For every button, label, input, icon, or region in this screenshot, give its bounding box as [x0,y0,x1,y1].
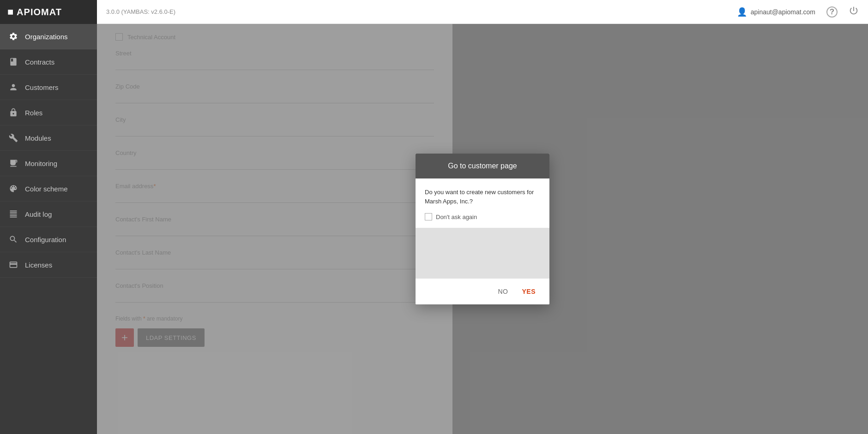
dont-ask-row: Don't ask again [425,213,540,220]
user-avatar-icon: 👤 [737,7,747,17]
sidebar-item-roles-label: Roles [25,109,42,117]
sidebar-item-configuration-label: Configuration [25,236,66,244]
dialog-no-button[interactable]: NO [493,285,512,298]
person-icon [8,82,18,92]
monitor-icon [8,158,18,168]
dialog-body: Do you want to create new customers for … [416,178,549,220]
dont-ask-checkbox[interactable] [425,213,432,220]
sidebar-item-audit-log[interactable]: Audit log [0,202,97,227]
sidebar-item-roles[interactable]: Roles [0,100,97,125]
sidebar-item-color-scheme-label: Color scheme [25,185,68,193]
sidebar-item-contracts-label: Contracts [25,58,54,66]
sidebar-item-organizations[interactable]: Organizations [0,24,97,49]
sidebar: ■ APIOMAT Organizations Contracts Custom… [0,0,97,434]
dialog-title: Go to customer page [416,154,549,178]
sidebar-item-configuration[interactable]: Configuration [0,227,97,252]
sidebar-item-modules[interactable]: Modules [0,125,97,151]
user-info: 👤 apinaut@apiomat.com [737,7,815,17]
main-area: 3.0.0 (YAMBAS: v2.6.0-E) 👤 apinaut@apiom… [97,0,868,434]
sidebar-item-organizations-label: Organizations [25,33,68,41]
palette-icon [8,184,18,194]
dont-ask-label: Don't ask again [436,214,477,220]
table-icon [8,209,18,219]
dialog-overlay: Go to customer page Do you want to creat… [97,24,868,434]
sidebar-item-customers[interactable]: Customers [0,75,97,100]
card-icon [8,260,18,270]
sidebar-item-licenses-label: Licenses [25,261,52,269]
dialog-footer: NO YES [416,279,549,304]
sidebar-item-contracts[interactable]: Contracts [0,49,97,75]
sidebar-item-monitoring-label: Monitoring [25,160,57,167]
topbar-right: 👤 apinaut@apiomat.com ? [737,6,859,18]
book-icon [8,57,18,67]
dialog-gray-area [416,228,549,279]
topbar: 3.0.0 (YAMBAS: v2.6.0-E) 👤 apinaut@apiom… [97,0,868,24]
app-version: 3.0.0 (YAMBAS: v2.6.0-E) [106,8,175,15]
sidebar-item-color-scheme[interactable]: Color scheme [0,176,97,202]
sidebar-item-customers-label: Customers [25,83,59,91]
gear-icon [8,31,18,42]
app-logo: ■ APIOMAT [0,0,97,24]
user-email: apinaut@apiomat.com [751,8,815,16]
content-area: Technical Account Street Zip Code City C… [97,24,868,434]
sidebar-item-modules-label: Modules [25,134,51,142]
sidebar-item-audit-log-label: Audit log [25,210,52,218]
help-icon[interactable]: ? [826,6,838,18]
sidebar-item-monitoring[interactable]: Monitoring [0,151,97,176]
configuration-icon [8,234,18,244]
logo-text: ■ APIOMAT [7,6,62,18]
confirmation-dialog: Go to customer page Do you want to creat… [416,154,549,304]
logout-icon[interactable] [849,6,859,18]
lock-icon [8,107,18,118]
sidebar-item-licenses[interactable]: Licenses [0,252,97,278]
tools-icon [8,133,18,143]
dialog-yes-button[interactable]: YES [517,285,540,298]
dialog-question: Do you want to create new customers for … [425,188,540,206]
